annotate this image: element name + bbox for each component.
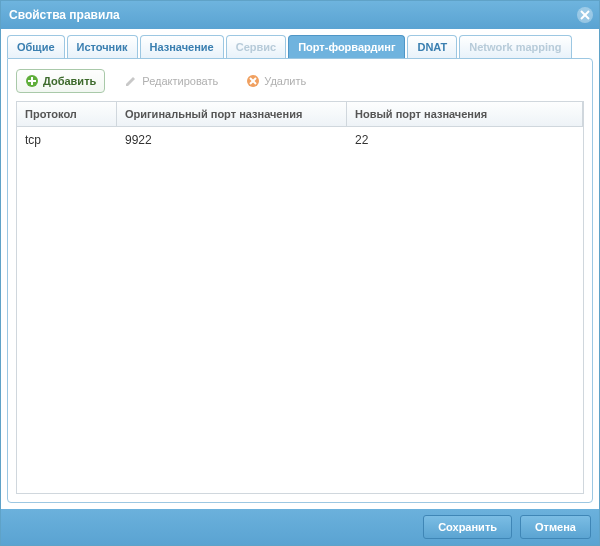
tab-general[interactable]: Общие <box>7 35 65 58</box>
cancel-button[interactable]: Отмена <box>520 515 591 539</box>
tab-source[interactable]: Источник <box>67 35 138 58</box>
delete-label: Удалить <box>264 75 306 87</box>
tab-panel: Добавить Редактировать Удалить <box>7 58 593 503</box>
dialog-window: Свойства правила Общие Источник Назначен… <box>0 0 600 546</box>
edit-label: Редактировать <box>142 75 218 87</box>
tab-network-mapping: Network mapping <box>459 35 571 58</box>
svg-rect-4 <box>28 80 36 82</box>
col-header-new-port[interactable]: Новый порт назначения <box>347 102 583 126</box>
titlebar: Свойства правила <box>1 1 599 29</box>
plus-icon <box>25 74 39 88</box>
delete-button: Удалить <box>237 69 315 93</box>
grid-header: Протокол Оригинальный порт назначения Но… <box>17 102 583 127</box>
col-header-orig-port[interactable]: Оригинальный порт назначения <box>117 102 347 126</box>
tab-port-forwarding[interactable]: Порт-форвардинг <box>288 35 405 58</box>
cell-orig-port: 9922 <box>117 127 347 153</box>
table-row[interactable]: tcp 9922 22 <box>17 127 583 153</box>
close-icon <box>580 10 590 20</box>
edit-button: Редактировать <box>115 69 227 93</box>
delete-icon <box>246 74 260 88</box>
close-button[interactable] <box>577 7 593 23</box>
pencil-icon <box>124 74 138 88</box>
cell-new-port: 22 <box>347 127 583 153</box>
tab-destination[interactable]: Назначение <box>140 35 224 58</box>
toolbar: Добавить Редактировать Удалить <box>16 67 584 101</box>
footer: Сохранить Отмена <box>1 509 599 545</box>
add-label: Добавить <box>43 75 96 87</box>
tabs: Общие Источник Назначение Сервис Порт-фо… <box>7 35 593 58</box>
tab-service: Сервис <box>226 35 286 58</box>
col-header-protocol[interactable]: Протокол <box>17 102 117 126</box>
window-title: Свойства правила <box>9 8 120 22</box>
add-button[interactable]: Добавить <box>16 69 105 93</box>
cell-protocol: tcp <box>17 127 117 153</box>
grid-body: tcp 9922 22 <box>17 127 583 493</box>
grid: Протокол Оригинальный порт назначения Но… <box>16 101 584 494</box>
content-area: Общие Источник Назначение Сервис Порт-фо… <box>1 29 599 509</box>
save-button[interactable]: Сохранить <box>423 515 512 539</box>
tab-dnat[interactable]: DNAT <box>407 35 457 58</box>
